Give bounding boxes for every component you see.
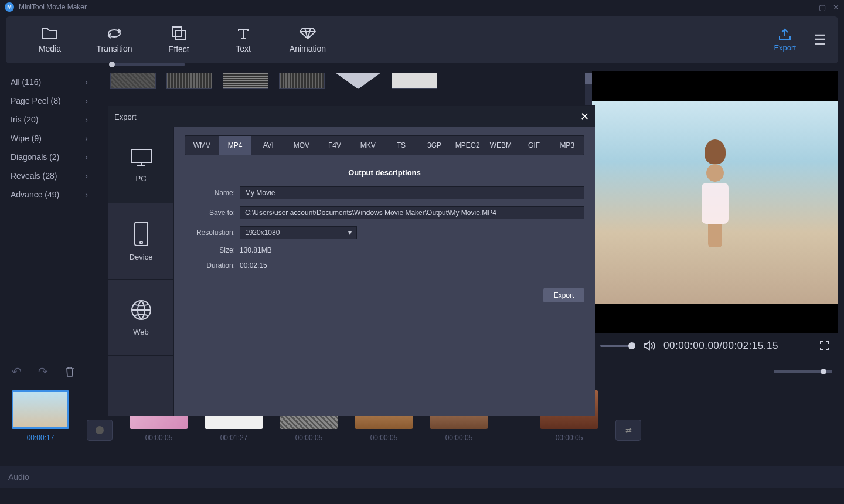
redo-icon[interactable]: ↷ <box>38 365 48 379</box>
target-tab-pc[interactable]: PC <box>108 127 173 203</box>
format-tab-mkv[interactable]: MKV <box>351 136 384 155</box>
maximize-icon[interactable]: ▢ <box>819 3 826 12</box>
preview-panel: 00:00:00.00/00:02:15.15 <box>592 71 838 359</box>
audio-label: Audio <box>8 472 29 482</box>
sidebar-item-label: All (116) <box>11 77 41 87</box>
zoom-slider[interactable] <box>774 370 832 373</box>
export-button[interactable]: Export <box>774 28 796 52</box>
volume-slider[interactable] <box>600 345 635 347</box>
export-confirm-button[interactable]: Export <box>543 288 584 302</box>
animation-button[interactable]: Animation <box>275 26 340 53</box>
web-icon <box>130 298 153 322</box>
dialog-close-icon[interactable]: ✕ <box>580 110 589 123</box>
format-tab-3gp[interactable]: 3GP <box>418 136 451 155</box>
format-tab-f4v[interactable]: F4V <box>318 136 352 155</box>
sidebar-item-label: Page Peel (8) <box>11 96 61 105</box>
svg-point-2 <box>96 426 104 434</box>
svg-point-5 <box>140 241 142 244</box>
transition-slot[interactable]: ⇄ <box>615 420 641 441</box>
clip-time: 00:00:05 <box>370 434 398 442</box>
export-label: Export <box>774 43 796 52</box>
transition-label: Transition <box>97 44 132 53</box>
target-tab-device[interactable]: Device <box>108 203 173 280</box>
preset-thumb[interactable] <box>335 73 381 89</box>
app-logo-icon: M <box>5 2 14 12</box>
transition-button[interactable]: Transition <box>82 26 147 53</box>
saveto-input[interactable]: C:\Users\user account\Documents\Windows … <box>240 206 584 219</box>
presets-slider[interactable] <box>109 63 185 66</box>
media-label: Media <box>39 44 61 53</box>
svg-rect-1 <box>176 30 185 40</box>
format-tab-mp4[interactable]: MP4 <box>219 136 252 155</box>
effect-label: Effect <box>168 45 189 54</box>
menu-icon[interactable]: ☰ <box>814 32 826 48</box>
diamond-icon <box>299 26 316 40</box>
device-icon <box>132 221 150 247</box>
trash-icon[interactable] <box>64 366 75 377</box>
resolution-select[interactable]: 1920x1080 ▾ <box>240 226 357 239</box>
transition-icon <box>106 26 122 40</box>
effect-button[interactable]: Effect <box>147 26 211 54</box>
speaker-icon[interactable] <box>644 340 655 351</box>
chevron-right-icon: › <box>85 96 88 105</box>
fullscreen-icon[interactable] <box>819 340 830 351</box>
transition-slot[interactable] <box>87 420 113 441</box>
size-value: 130.81MB <box>240 246 272 254</box>
format-tab-avi[interactable]: AVI <box>251 136 285 155</box>
target-tab-web[interactable]: Web <box>108 280 173 356</box>
media-button[interactable]: Media <box>18 26 82 53</box>
clip-time: 00:01:27 <box>220 434 248 442</box>
dialog-content: WMVMP4AVIMOVF4VMKVTS3GPMPEG2WEBMGIFMP3 O… <box>174 127 595 416</box>
app-title: MiniTool Movie Maker <box>19 3 87 11</box>
dialog-titlebar: Export ✕ <box>108 106 595 127</box>
animation-label: Animation <box>290 44 326 53</box>
format-tab-mp3[interactable]: MP3 <box>550 136 584 155</box>
preset-thumb[interactable] <box>110 73 156 89</box>
clip-time: 00:00:05 <box>295 434 323 442</box>
sidebar-item-label: Advance (49) <box>11 190 59 199</box>
audio-track[interactable]: Audio <box>0 466 844 488</box>
resolution-value: 1920x1080 <box>245 229 280 237</box>
format-tabs: WMVMP4AVIMOVF4VMKVTS3GPMPEG2WEBMGIFMP3 <box>185 135 584 155</box>
size-label: Size: <box>185 246 240 254</box>
preset-thumb[interactable] <box>166 73 212 89</box>
timeline-clip[interactable]: 00:00:17 <box>12 390 69 442</box>
undo-icon[interactable]: ↶ <box>12 365 22 379</box>
name-input[interactable]: My Movie <box>240 186 584 199</box>
minimize-icon[interactable]: — <box>804 3 812 12</box>
clip-time: 00:00:05 <box>445 434 473 442</box>
preset-thumb[interactable] <box>279 73 325 89</box>
preset-thumb[interactable] <box>223 73 268 89</box>
chevron-down-icon: ▾ <box>348 229 352 237</box>
preview-controls: 00:00:00.00/00:02:15.15 <box>592 333 838 359</box>
sidebar-item[interactable]: Diagonals (2)› <box>0 148 98 166</box>
sidebar-item-label: Reveals (28) <box>11 171 57 181</box>
preview-video[interactable] <box>592 71 838 333</box>
sidebar-item[interactable]: All (116)› <box>0 73 98 91</box>
chevron-right-icon: › <box>85 115 88 124</box>
upload-icon <box>778 28 792 41</box>
saveto-label: Save to: <box>185 209 240 217</box>
preview-subject <box>697 162 733 244</box>
text-button[interactable]: Text <box>211 26 275 53</box>
clip-time: 00:00:05 <box>556 434 583 442</box>
output-desc-heading: Output descriptions <box>185 168 584 177</box>
format-tab-mov[interactable]: MOV <box>285 136 318 155</box>
format-tab-mpeg2[interactable]: MPEG2 <box>451 136 484 155</box>
format-tab-gif[interactable]: GIF <box>518 136 551 155</box>
close-icon[interactable]: ✕ <box>833 3 839 12</box>
chevron-right-icon: › <box>85 77 88 87</box>
clip-time: 00:00:05 <box>145 434 173 442</box>
sidebar-item[interactable]: Page Peel (8)› <box>0 91 98 110</box>
format-tab-ts[interactable]: TS <box>384 136 418 155</box>
sidebar-item[interactable]: Wipe (9)› <box>0 129 98 148</box>
time-display: 00:00:00.00/00:02:15.15 <box>663 340 778 352</box>
sidebar-item[interactable]: Advance (49)› <box>0 185 98 204</box>
export-dialog: Export ✕ PCDeviceWeb WMVMP4AVIMOVF4VMKVT… <box>108 105 595 416</box>
preset-thumb[interactable] <box>392 73 437 89</box>
format-tab-wmv[interactable]: WMV <box>185 136 219 155</box>
dialog-target-tabs: PCDeviceWeb <box>108 127 174 416</box>
sidebar-item[interactable]: Iris (20)› <box>0 110 98 129</box>
sidebar-item[interactable]: Reveals (28)› <box>0 166 98 185</box>
format-tab-webm[interactable]: WEBM <box>484 136 518 155</box>
